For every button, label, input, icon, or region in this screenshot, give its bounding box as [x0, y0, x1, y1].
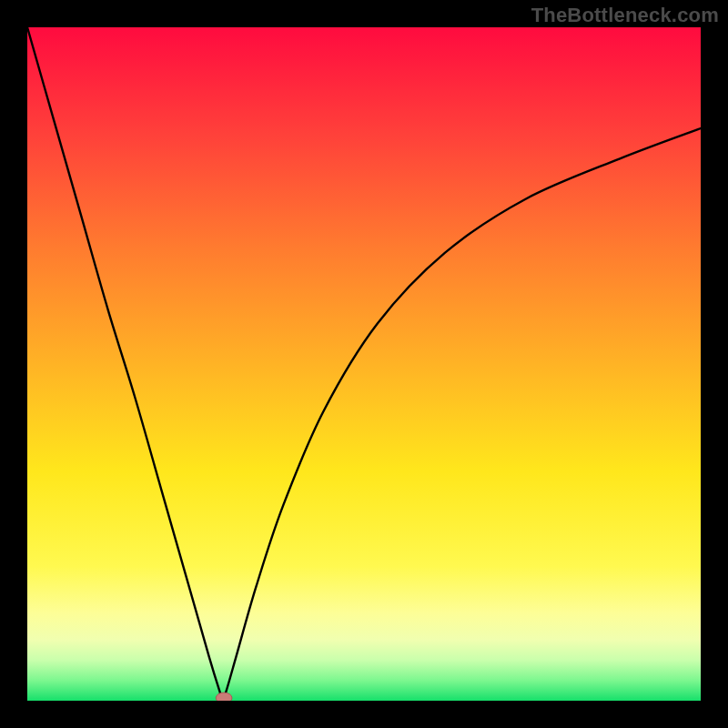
chart-frame: TheBottleneck.com: [0, 0, 728, 728]
plot-svg: [27, 27, 701, 701]
minimum-marker: [216, 693, 232, 701]
gradient-background: [27, 27, 701, 701]
plot-area: [27, 27, 701, 701]
source-watermark: TheBottleneck.com: [531, 4, 719, 27]
